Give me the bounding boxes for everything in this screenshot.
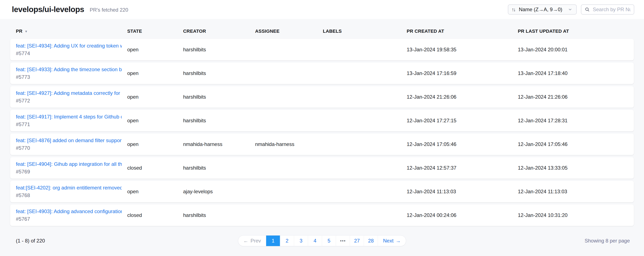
table-row[interactable]: feat: [SEI-4933]: Adding the timezone se… xyxy=(10,63,634,84)
pr-title-link[interactable]: feat: [SEI-4903]: Adding advanced config… xyxy=(16,209,122,214)
column-header-pr-last-updated-at: PR LAST UPDATED AT xyxy=(518,28,634,34)
pr-number: #5768 xyxy=(16,192,127,198)
pagination: ← Prev 1 2 3 4 5 ••• 27 28 Next → xyxy=(238,235,406,246)
page-button[interactable]: 27 xyxy=(350,236,364,246)
column-header-state: STATE xyxy=(127,28,183,34)
pr-title-cell: feat: [SEI-4917]: Implement 4 steps for … xyxy=(16,114,127,127)
pr-number: #5769 xyxy=(16,169,127,175)
pr-number: #5772 xyxy=(16,98,127,104)
table-row[interactable]: feat: [SEI-4903]: Adding advanced config… xyxy=(10,204,634,226)
pr-created-at: 12-Jan-2024 17:05:46 xyxy=(407,141,518,147)
page-ellipsis: ••• xyxy=(336,236,350,246)
bottom-bar: (1 - 8) of 220 ← Prev 1 2 3 4 5 ••• 27 2… xyxy=(0,230,644,251)
table-row[interactable]: feat: [SEI-4927]: Adding metadata correc… xyxy=(10,86,634,108)
pr-creator: ajay-levelops xyxy=(183,189,255,195)
table-row[interactable]: feat: [SEI-4904]: Gihub app integration … xyxy=(10,157,634,179)
pr-title-link[interactable]: feat:[SEI-4202]: org admin entitlement r… xyxy=(16,185,122,191)
pr-state: open xyxy=(127,189,183,195)
pr-last-updated-at: 13-Jan-2024 20:00:01 xyxy=(518,47,634,53)
column-header-pr-created-at: PR CREATED AT xyxy=(407,28,518,34)
pr-number: #5774 xyxy=(16,50,127,56)
table-row[interactable]: feat:[SEI-4202]: org admin entitlement r… xyxy=(10,181,634,202)
next-page-button[interactable]: Next → xyxy=(378,236,406,246)
column-header-pr[interactable]: PR ▼ xyxy=(16,28,127,34)
pr-title-link[interactable]: feat: [SEI-4904]: Gihub app integration … xyxy=(16,161,122,167)
pr-number: #5773 xyxy=(16,74,127,80)
page-button[interactable]: 28 xyxy=(364,236,378,246)
page-button[interactable]: 2 xyxy=(280,236,294,246)
pr-created-at: 12-Jan-2024 12:57:37 xyxy=(407,165,518,171)
pr-title-cell: feat: [SEI-4933]: Adding the timezone se… xyxy=(16,67,127,80)
pr-created-at: 12-Jan-2024 00:24:06 xyxy=(407,212,518,218)
arrow-left-icon: ← xyxy=(243,238,248,244)
pr-title-cell: feat: [SEI-4903]: Adding advanced config… xyxy=(16,209,127,222)
pr-last-updated-at: 12-Jan-2024 11:13:03 xyxy=(518,189,634,195)
pr-last-updated-at: 12-Jan-2024 17:05:46 xyxy=(518,141,634,147)
chevron-down-icon xyxy=(568,7,572,12)
page-button[interactable]: 3 xyxy=(294,236,308,246)
pr-created-at: 12-Jan-2024 17:27:15 xyxy=(407,118,518,124)
result-range-label: (1 - 8) of 220 xyxy=(16,238,45,244)
page-button[interactable]: 1 xyxy=(266,236,280,246)
pr-table: PR ▼ STATE CREATOR ASSIGNEE LABELS PR CR… xyxy=(0,25,644,226)
pr-title-cell: feat: [SEI-4934]: Adding UX for creating… xyxy=(16,43,127,56)
page-buttons: 1 2 3 4 5 ••• 27 28 xyxy=(266,236,378,246)
pr-created-at: 13-Jan-2024 17:16:59 xyxy=(407,70,518,76)
top-bar: levelops/ui-levelops PR's fetched 220 ↑↓… xyxy=(0,0,644,19)
sort-dropdown-label: Name (Z→A, 9→0) xyxy=(519,6,562,12)
pr-creator: nmahida-harness xyxy=(183,141,255,147)
pr-number: #5771 xyxy=(16,122,127,127)
pr-last-updated-at: 13-Jan-2024 17:18:40 xyxy=(518,70,634,76)
pr-title-cell: feat: [SEI-4904]: Gihub app integration … xyxy=(16,161,127,175)
page-button[interactable]: 4 xyxy=(308,236,322,246)
pr-created-at: 12-Jan-2024 21:26:06 xyxy=(407,94,518,100)
pr-title-link[interactable]: feat: [SEI-4917]: Implement 4 steps for … xyxy=(16,114,122,120)
pr-title-cell: feat:[SEI-4202]: org admin entitlement r… xyxy=(16,185,127,198)
per-page-label: Showing 8 per page xyxy=(585,238,630,244)
search-icon xyxy=(585,7,590,12)
pr-state: open xyxy=(127,47,183,53)
pr-number: #5770 xyxy=(16,145,127,151)
table-header-row: PR ▼ STATE CREATOR ASSIGNEE LABELS PR CR… xyxy=(10,25,634,38)
table-row[interactable]: feat: [SEI-4876] added on demand filter … xyxy=(10,133,634,155)
sort-dropdown[interactable]: ↑↓ Name (Z→A, 9→0) xyxy=(508,4,577,14)
pr-title-cell: feat: [SEI-4876] added on demand filter … xyxy=(16,137,127,151)
pr-state: open xyxy=(127,94,183,100)
pr-creator: harshilbits xyxy=(183,212,255,218)
sort-desc-triangle-icon[interactable]: ▼ xyxy=(24,30,28,33)
pr-assignee: nmahida-harness xyxy=(255,141,323,147)
column-header-labels: LABELS xyxy=(323,28,407,34)
pr-rows: feat: [SEI-4934]: Adding UX for creating… xyxy=(10,39,634,226)
pr-last-updated-at: 12-Jan-2024 10:31:20 xyxy=(518,212,634,218)
pr-last-updated-at: 12-Jan-2024 13:33:05 xyxy=(518,165,634,171)
table-row[interactable]: feat: [SEI-4917]: Implement 4 steps for … xyxy=(10,110,634,131)
pr-number: #5767 xyxy=(16,216,127,222)
pr-title-link[interactable]: feat: [SEI-4876] added on demand filter … xyxy=(16,137,122,143)
pr-state: open xyxy=(127,70,183,76)
pr-creator: harshilbits xyxy=(183,165,255,171)
column-header-assignee: ASSIGNEE xyxy=(255,28,323,34)
search-input[interactable] xyxy=(593,6,630,12)
page-button[interactable]: 5 xyxy=(322,236,336,246)
pr-state: open xyxy=(127,141,183,147)
pr-created-at: 13-Jan-2024 19:58:35 xyxy=(407,47,518,53)
pr-creator: harshilbits xyxy=(183,94,255,100)
search-box[interactable] xyxy=(581,4,634,14)
pr-title-cell: feat: [SEI-4927]: Adding metadata correc… xyxy=(16,90,127,104)
pr-fetched-count: PR's fetched 220 xyxy=(90,7,128,13)
pr-state: closed xyxy=(127,165,183,171)
sort-order-icon: ↑↓ xyxy=(512,6,515,12)
pr-state: closed xyxy=(127,212,183,218)
table-row[interactable]: feat: [SEI-4934]: Adding UX for creating… xyxy=(10,39,634,60)
pr-created-at: 12-Jan-2024 11:13:03 xyxy=(407,189,518,195)
page-title: levelops/ui-levelops xyxy=(12,5,84,14)
pr-title-link[interactable]: feat: [SEI-4933]: Adding the timezone se… xyxy=(16,67,122,72)
pr-title-link[interactable]: feat: [SEI-4927]: Adding metadata correc… xyxy=(16,90,122,96)
pr-creator: harshilbits xyxy=(183,47,255,53)
pr-last-updated-at: 12-Jan-2024 21:26:06 xyxy=(518,94,634,100)
arrow-right-icon: → xyxy=(396,238,401,244)
prev-page-button[interactable]: ← Prev xyxy=(238,236,266,246)
pr-title-link[interactable]: feat: [SEI-4934]: Adding UX for creating… xyxy=(16,43,122,49)
pr-state: open xyxy=(127,118,183,124)
pr-creator: harshilbits xyxy=(183,70,255,76)
